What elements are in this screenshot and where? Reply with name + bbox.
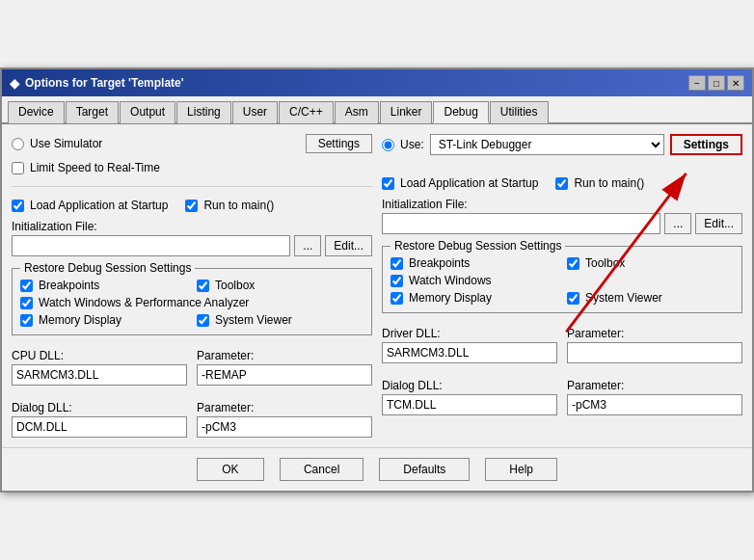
use-simulator-radio[interactable]	[12, 138, 24, 150]
right-dialog-dll-row: Dialog DLL: TCM.DLL Parameter: -pCM3	[382, 379, 742, 415]
right-toolbox-checkbox[interactable]	[567, 257, 579, 270]
right-restore-group-title: Restore Debug Session Settings	[390, 239, 565, 253]
left-restore-group-title: Restore Debug Session Settings	[20, 261, 195, 275]
left-column: Use Simulator Settings Limit Speed to Re…	[12, 134, 372, 438]
tab-target[interactable]: Target	[66, 101, 119, 123]
right-init-file-browse-button[interactable]: ...	[664, 213, 691, 234]
left-cpu-dll-field: CPU DLL: SARMCM3.DLL	[12, 349, 187, 386]
left-breakpoints-checkbox[interactable]	[20, 280, 33, 292]
left-toolbox-checkbox[interactable]	[197, 280, 209, 292]
main-content: Use Simulator Settings Limit Speed to Re…	[2, 124, 752, 447]
tab-linker[interactable]: Linker	[380, 101, 433, 123]
limit-speed-label: Limit Speed to Real-Time	[30, 161, 160, 174]
title-bar-left: ◆ Options for Target 'Template'	[10, 76, 184, 91]
tab-listing[interactable]: Listing	[176, 101, 231, 123]
two-column-layout: Use Simulator Settings Limit Speed to Re…	[12, 134, 742, 438]
ok-button[interactable]: OK	[197, 458, 264, 481]
right-init-file-input[interactable]	[382, 213, 660, 234]
left-breakpoints-row: Breakpoints	[20, 279, 187, 292]
footer: OK Cancel Defaults Help	[2, 447, 752, 491]
init-file-label: Initialization File:	[12, 220, 372, 233]
left-toolbox-label: Toolbox	[215, 279, 255, 292]
right-dialog-param-input[interactable]: -pCM3	[567, 394, 742, 415]
left-dialog-param-field: Parameter: -pCM3	[197, 401, 372, 438]
load-app-row: Load Application at Startup	[12, 199, 168, 212]
right-driver-dll-label: Driver DLL:	[382, 327, 557, 340]
right-system-viewer-checkbox[interactable]	[567, 292, 579, 305]
right-settings-button[interactable]: Settings	[670, 134, 742, 155]
use-simulator-radio-row: Use Simulator	[12, 137, 102, 150]
tab-asm[interactable]: Asm	[335, 101, 379, 123]
right-run-to-main-checkbox[interactable]	[555, 177, 568, 190]
tab-cpp[interactable]: C/C++	[279, 101, 334, 123]
right-run-to-main-row: Run to main()	[555, 176, 644, 190]
title-bar: ◆ Options for Target 'Template' − □ ✕	[2, 69, 752, 96]
window-title: Options for Target 'Template'	[25, 76, 184, 90]
tabs-bar: Device Target Output Listing User C/C++ …	[2, 96, 752, 124]
init-file-browse-button[interactable]: ...	[294, 235, 321, 256]
left-dialog-dll-field: Dialog DLL: DCM.DLL	[12, 401, 187, 438]
right-dialog-param-field: Parameter: -pCM3	[567, 379, 742, 415]
close-button[interactable]: ✕	[727, 75, 744, 91]
init-file-input[interactable]	[12, 235, 290, 256]
right-dialog-param-label: Parameter:	[567, 379, 742, 392]
left-dialog-dll-input[interactable]: DCM.DLL	[12, 416, 187, 438]
right-init-file-row: ... Edit...	[382, 213, 742, 234]
use-radio[interactable]	[382, 139, 394, 151]
load-app-label: Load Application at Startup	[30, 199, 168, 212]
load-run-row: Load Application at Startup Run to main(…	[12, 199, 372, 212]
minimize-button[interactable]: −	[688, 75, 706, 91]
right-load-app-checkbox[interactable]	[382, 177, 394, 190]
tab-output[interactable]: Output	[120, 101, 175, 123]
right-dialog-dll-field: Dialog DLL: TCM.DLL	[382, 379, 557, 415]
debugger-select[interactable]: ST-Link Debugger	[430, 134, 664, 155]
left-cpu-dll-label: CPU DLL:	[12, 349, 187, 362]
right-driver-dll-input[interactable]: SARMCM3.DLL	[382, 342, 557, 363]
left-memory-display-checkbox[interactable]	[20, 314, 33, 327]
defaults-button[interactable]: Defaults	[379, 458, 470, 481]
run-to-main-checkbox[interactable]	[185, 200, 198, 212]
right-watch-windows-label: Watch Windows	[409, 274, 492, 287]
left-restore-inner: Breakpoints Toolbox Watch Windows & Perf…	[20, 279, 364, 327]
tab-debug[interactable]: Debug	[433, 101, 488, 123]
use-simulator-label: Use Simulator	[30, 137, 102, 150]
right-load-app-row: Load Application at Startup	[382, 176, 538, 190]
left-memory-display-row: Memory Display	[20, 313, 187, 327]
right-breakpoints-checkbox[interactable]	[390, 257, 403, 270]
left-dialog-dll-label: Dialog DLL:	[12, 401, 187, 414]
right-load-app-label: Load Application at Startup	[400, 176, 538, 190]
limit-speed-checkbox[interactable]	[12, 162, 24, 174]
right-dialog-dll-label: Dialog DLL:	[382, 379, 557, 392]
left-dialog-dll-row: Dialog DLL: DCM.DLL Parameter: -pCM3	[12, 401, 372, 438]
right-toolbox-label: Toolbox	[585, 256, 625, 270]
right-init-file-edit-button[interactable]: Edit...	[695, 213, 742, 234]
init-file-field: Initialization File: ... Edit...	[12, 220, 372, 256]
left-settings-button[interactable]: Settings	[306, 134, 372, 153]
right-watch-windows-row: Watch Windows	[390, 274, 734, 287]
tab-user[interactable]: User	[232, 101, 278, 123]
run-to-main-row: Run to main()	[185, 199, 274, 212]
init-file-edit-button[interactable]: Edit...	[325, 235, 372, 256]
right-memory-display-checkbox[interactable]	[390, 292, 403, 305]
left-system-viewer-row: System Viewer	[197, 313, 364, 327]
maximize-button[interactable]: □	[708, 75, 725, 91]
right-column: Use: ST-Link Debugger Settings Load Appl…	[382, 134, 742, 438]
tab-device[interactable]: Device	[8, 101, 65, 123]
cancel-button[interactable]: Cancel	[280, 458, 364, 481]
tab-utilities[interactable]: Utilities	[490, 101, 549, 123]
help-button[interactable]: Help	[485, 458, 557, 481]
left-cpu-dll-input[interactable]: SARMCM3.DLL	[12, 364, 187, 386]
right-restore-group: Restore Debug Session Settings Breakpoin…	[382, 246, 742, 313]
left-system-viewer-label: System Viewer	[215, 313, 292, 327]
use-simulator-row: Use Simulator Settings	[12, 134, 372, 153]
left-system-viewer-checkbox[interactable]	[197, 314, 209, 327]
right-watch-windows-checkbox[interactable]	[390, 275, 403, 287]
load-app-checkbox[interactable]	[12, 200, 24, 212]
left-dialog-param-input[interactable]: -pCM3	[197, 416, 372, 438]
use-label: Use:	[400, 138, 424, 151]
left-watch-windows-checkbox[interactable]	[20, 297, 33, 309]
left-watch-windows-label: Watch Windows & Performance Analyzer	[39, 296, 249, 309]
right-dialog-dll-input[interactable]: TCM.DLL	[382, 394, 557, 415]
left-cpu-param-input[interactable]: -REMAP	[197, 364, 372, 386]
right-driver-param-input[interactable]	[567, 342, 742, 363]
